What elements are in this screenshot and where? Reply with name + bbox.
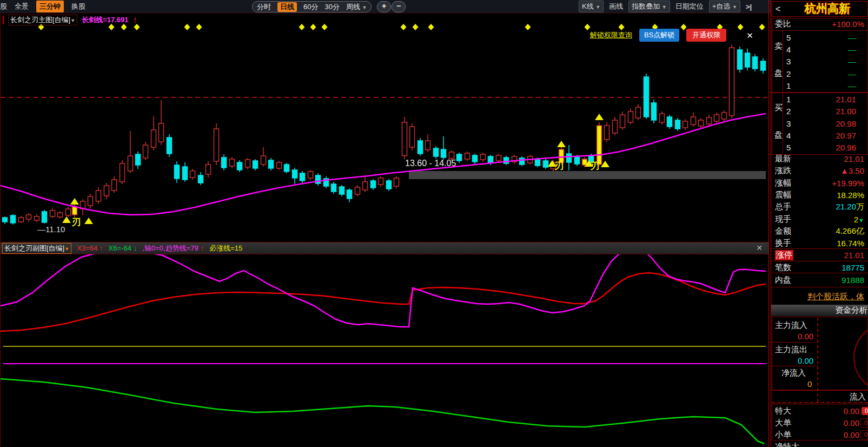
index-overlay-dropdown[interactable]: 指数叠加 ▼ <box>628 1 670 12</box>
flow-row: 净特大 <box>772 441 868 447</box>
up-arrow-icon: ↑ <box>201 244 204 252</box>
flow-badge: 0 <box>860 430 868 439</box>
divider <box>772 287 868 287</box>
flow-badge: 0 <box>862 407 868 415</box>
stat-row: 最新21.01 <box>772 153 868 165</box>
draw-line-button[interactable]: 画线 <box>609 2 623 11</box>
sell-row: 4— <box>783 43 868 55</box>
period-60min[interactable]: 60分 <box>303 2 318 12</box>
sell-label: 盘 <box>774 68 783 78</box>
main-indicator-dropdown[interactable]: 长剑之刃主图[自编]▼ <box>8 15 77 25</box>
sub-indicator-dropdown[interactable]: 长剑之刃副图[自编]▼ <box>2 243 71 254</box>
main-indicator-value: 长剑线=17.691 <box>82 15 128 25</box>
buy-row: 320.98 <box>783 117 868 129</box>
stat-row: 震幅18.28% <box>772 189 868 201</box>
stat-row: 涨幅+19.99% <box>772 177 868 189</box>
stat-row: 内盘91888 <box>772 274 868 286</box>
up-arrow-icon: ↑ <box>100 244 103 252</box>
chevron-down-icon: ▼ <box>64 246 69 252</box>
right-tools: K线 ▼ 画线 指数叠加 ▼ 日期定位 +自选 ▼ >| <box>579 0 752 13</box>
period-intraday[interactable]: 分时 <box>257 2 271 12</box>
weibi-row: 委比 +100.0% <box>772 18 868 30</box>
ma-line-magenta <box>1 114 766 215</box>
funds-value-row: 0.00 <box>772 354 868 366</box>
close-icon[interactable]: ✕ <box>746 31 753 40</box>
funds-row: 净流入 <box>772 367 868 379</box>
bs-unlock-button[interactable]: BS点解锁 <box>639 29 679 42</box>
panel-separator <box>771 0 771 447</box>
left-tabs: 股 全景 三分钟 换股 <box>0 0 85 13</box>
flow-row: 大单0.000 <box>772 417 868 429</box>
sell-row: 5— <box>783 31 868 43</box>
zoom-out-button[interactable]: − <box>392 1 406 12</box>
funds-row: 主力流出 <box>772 344 868 356</box>
stat-row-limit-up: 涨停21.01 <box>772 249 868 261</box>
promo-row: 判个股活跃，体 <box>772 291 868 303</box>
tab-three-minute[interactable]: 三分钟 <box>36 1 64 12</box>
sub-line-red <box>1 273 766 331</box>
buy-label: 买 <box>774 103 783 113</box>
funds-value-row: 0.00 <box>772 330 868 342</box>
divider <box>772 366 817 366</box>
stat-row: 金额4.266亿 <box>772 225 868 237</box>
sub-line-magenta <box>1 248 766 327</box>
chevron-down-icon: ▼ <box>70 18 75 23</box>
buy-signal-triangles <box>62 114 609 224</box>
svg-text:刃: 刃 <box>72 217 81 227</box>
flow-badge: 0 <box>860 418 868 428</box>
divider <box>772 342 817 343</box>
funds-row: 主力流入 <box>772 319 868 331</box>
buy-row: 420.97 <box>783 129 868 141</box>
collapse-panel-icon[interactable]: >| <box>746 3 752 11</box>
promo-link[interactable]: 判个股活跃，体 <box>807 292 864 302</box>
down-arrow-icon: ↓ <box>134 244 137 252</box>
candlesticks <box>3 44 766 225</box>
flow-header-row: 流入 <box>772 391 868 403</box>
sub-chart-close-icon[interactable]: ✕ <box>756 244 763 252</box>
svg-text:刃: 刃 <box>555 161 564 171</box>
kline-dropdown[interactable]: K线 ▼ <box>579 1 604 12</box>
buy-row: 221.00 <box>783 105 868 117</box>
tab-stock[interactable]: 股 <box>0 2 7 11</box>
chevron-down-icon: ▼ <box>662 4 667 10</box>
sell-row: 3— <box>783 55 868 67</box>
divider <box>772 390 868 390</box>
funds-value-row: 0 <box>772 378 868 390</box>
sub-must-rise-value: 必涨线=15 <box>209 244 242 253</box>
add-favorite-dropdown[interactable]: +自选 ▼ <box>709 1 740 12</box>
chevron-down-icon: ▼ <box>595 4 600 10</box>
stat-row: 现手2▼ <box>772 213 868 225</box>
period-daily[interactable]: 日线 <box>277 2 297 12</box>
sell-row: 1— <box>783 80 868 91</box>
open-permission-button[interactable]: 开通权限 <box>686 29 726 42</box>
back-chevron-icon[interactable]: < <box>776 4 780 14</box>
sub-chart-header: 长剑之刃副图[自编]▼ X3=64↑ X6=-64↓ ,轴0=0,趋势线=79↑… <box>1 242 769 254</box>
date-locate-button[interactable]: 日期定位 <box>675 2 704 11</box>
flow-row: 特大0.000 <box>772 405 868 417</box>
dashed-divider <box>772 402 868 403</box>
quote-panel: < 杭州高新 委比 +100.0% 卖 盘 5— 4— 3— 2— 1— 买 盘… <box>771 0 868 447</box>
buy-label: 盘 <box>774 130 783 140</box>
stat-row: 笔数18775 <box>772 261 868 273</box>
tab-switch-stock[interactable]: 换股 <box>71 2 85 11</box>
tab-overview[interactable]: 全景 <box>15 2 29 11</box>
low-price-label: —11.10 <box>37 225 65 234</box>
main-chart-header: 长剑之刃主图[自编]▼ 长剑线=17.691 ↑ <box>3 15 137 25</box>
zoom-in-button[interactable]: + <box>377 1 391 12</box>
period-weekly[interactable]: 周线 ▼ <box>346 2 367 12</box>
flow-row: 小单0.000 <box>772 429 868 441</box>
buy-row: 520.96 <box>783 141 868 153</box>
chevron-down-icon: ▼ <box>362 5 367 10</box>
price-range-label: 13.60 - 14.05 <box>405 159 456 168</box>
svg-text:刃: 刃 <box>591 161 600 171</box>
buy-row: 121.01 <box>783 93 868 105</box>
unlock-toolbar: 解锁权限查询 BS点解锁 开通权限 ✕ <box>590 29 753 42</box>
period-selector: 分时 日线 60分 30分 周线 ▼ <box>252 1 372 12</box>
top-toolbar: 股 全景 三分钟 换股 分时 日线 60分 30分 周线 ▼ + − K线 ▼ … <box>0 0 868 14</box>
sell-row: 2— <box>783 68 868 80</box>
unlock-query-link[interactable]: 解锁权限查询 <box>590 30 632 40</box>
period-30min[interactable]: 30分 <box>324 2 339 12</box>
tab-money-analysis[interactable]: 资金分析 <box>771 305 868 316</box>
range-band <box>409 171 766 179</box>
chevron-down-icon: ▼ <box>732 4 737 10</box>
